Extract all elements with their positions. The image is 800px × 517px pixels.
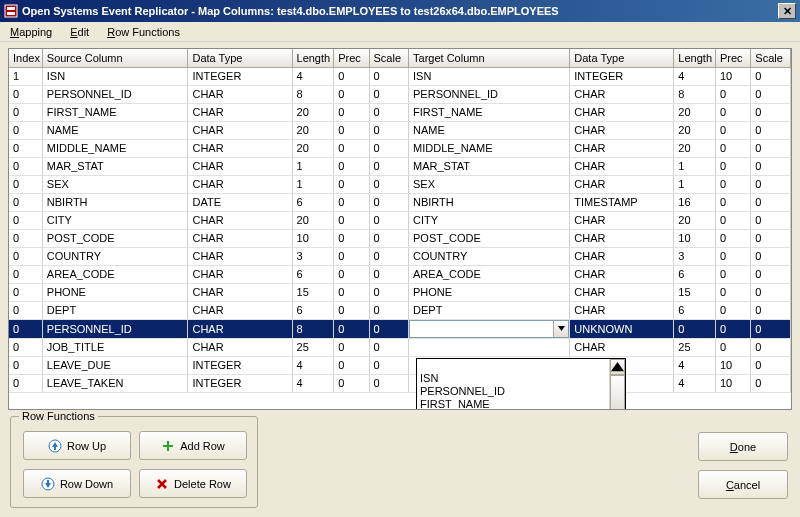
delete-row-button[interactable]: Delete Row — [139, 469, 247, 498]
cell-src-scale[interactable]: 0 — [369, 211, 409, 229]
cell-index[interactable]: 0 — [9, 193, 42, 211]
cell-index[interactable]: 0 — [9, 265, 42, 283]
cell-src-length[interactable]: 20 — [292, 103, 334, 121]
cell-src-prec[interactable]: 0 — [334, 67, 369, 85]
cell-src-scale[interactable]: 0 — [369, 103, 409, 121]
cell-target-column[interactable] — [409, 319, 570, 338]
cell-tgt-length[interactable]: 15 — [674, 283, 716, 301]
cell-source-column[interactable]: SEX — [42, 175, 188, 193]
add-row-button[interactable]: Add Row — [139, 431, 247, 460]
cell-src-type[interactable]: CHAR — [188, 283, 292, 301]
cell-tgt-scale[interactable]: 0 — [751, 193, 791, 211]
cell-target-column[interactable]: NBIRTH — [409, 193, 570, 211]
cell-target-column[interactable]: ISN — [409, 67, 570, 85]
cell-tgt-type[interactable]: CHAR — [570, 85, 674, 103]
cell-target-column[interactable]: SEX — [409, 175, 570, 193]
cell-target-column[interactable]: DEPT — [409, 301, 570, 319]
cell-tgt-type[interactable]: INTEGER — [570, 67, 674, 85]
cell-source-column[interactable]: JOB_TITLE — [42, 338, 188, 356]
cell-tgt-prec[interactable]: 0 — [715, 175, 750, 193]
cell-index[interactable]: 0 — [9, 247, 42, 265]
cell-target-column[interactable]: CITY — [409, 211, 570, 229]
cell-src-prec[interactable]: 0 — [334, 319, 369, 338]
cell-source-column[interactable]: AREA_CODE — [42, 265, 188, 283]
cell-tgt-scale[interactable]: 0 — [751, 157, 791, 175]
cell-index[interactable]: 0 — [9, 356, 42, 374]
header-tgt-prec[interactable]: Prec — [715, 49, 750, 67]
cell-tgt-type[interactable]: TIMESTAMP — [570, 193, 674, 211]
cell-tgt-type[interactable]: CHAR — [570, 265, 674, 283]
table-row[interactable]: 0DEPTCHAR600DEPTCHAR600 — [9, 301, 791, 319]
cell-tgt-scale[interactable]: 0 — [751, 139, 791, 157]
cell-tgt-length[interactable]: 16 — [674, 193, 716, 211]
header-src-scale[interactable]: Scale — [369, 49, 409, 67]
cell-tgt-prec[interactable]: 0 — [715, 265, 750, 283]
cell-src-prec[interactable]: 0 — [334, 121, 369, 139]
scroll-up-button[interactable] — [610, 359, 625, 375]
cell-src-type[interactable]: CHAR — [188, 121, 292, 139]
dropdown-option[interactable]: FIRST_NAME — [417, 398, 609, 410]
cell-tgt-length[interactable]: 8 — [674, 85, 716, 103]
cell-source-column[interactable]: NBIRTH — [42, 193, 188, 211]
cell-tgt-prec[interactable]: 0 — [715, 157, 750, 175]
cell-src-type[interactable]: CHAR — [188, 211, 292, 229]
cell-target-column[interactable]: FIRST_NAME — [409, 103, 570, 121]
cell-tgt-scale[interactable]: 0 — [751, 67, 791, 85]
cell-index[interactable]: 0 — [9, 338, 42, 356]
table-row[interactable]: 0AREA_CODECHAR600AREA_CODECHAR600 — [9, 265, 791, 283]
cell-src-length[interactable]: 4 — [292, 67, 334, 85]
cell-src-prec[interactable]: 0 — [334, 85, 369, 103]
cell-source-column[interactable]: PHONE — [42, 283, 188, 301]
cell-src-type[interactable]: INTEGER — [188, 356, 292, 374]
cell-index[interactable]: 0 — [9, 283, 42, 301]
scroll-thumb[interactable] — [610, 375, 625, 410]
scroll-track[interactable] — [610, 375, 625, 410]
cell-src-length[interactable]: 4 — [292, 356, 334, 374]
table-row[interactable]: 0CITYCHAR2000CITYCHAR2000 — [9, 211, 791, 229]
cell-target-column[interactable] — [409, 338, 570, 356]
cell-tgt-prec[interactable]: 0 — [715, 229, 750, 247]
table-row[interactable]: 0FIRST_NAMECHAR2000FIRST_NAMECHAR2000 — [9, 103, 791, 121]
cell-tgt-scale[interactable]: 0 — [751, 265, 791, 283]
cell-src-scale[interactable]: 0 — [369, 374, 409, 392]
cell-tgt-length[interactable]: 6 — [674, 301, 716, 319]
cell-source-column[interactable]: FIRST_NAME — [42, 103, 188, 121]
cell-tgt-length[interactable]: 0 — [674, 319, 716, 338]
dropdown-option[interactable] — [417, 359, 609, 372]
done-button[interactable]: Done — [698, 432, 788, 461]
table-row[interactable]: 0PHONECHAR1500PHONECHAR1500 — [9, 283, 791, 301]
table-row[interactable]: 0LEAVE_DUEINTEGER400INTEGER4100 — [9, 356, 791, 374]
cell-source-column[interactable]: MAR_STAT — [42, 157, 188, 175]
cell-tgt-scale[interactable]: 0 — [751, 319, 791, 338]
cell-src-scale[interactable]: 0 — [369, 229, 409, 247]
cell-tgt-scale[interactable]: 0 — [751, 211, 791, 229]
cell-tgt-type[interactable]: CHAR — [570, 301, 674, 319]
cell-target-column[interactable]: PERSONNEL_ID — [409, 85, 570, 103]
cell-target-column[interactable]: NAME — [409, 121, 570, 139]
cell-tgt-prec[interactable]: 0 — [715, 103, 750, 121]
cell-src-prec[interactable]: 0 — [334, 229, 369, 247]
cell-src-prec[interactable]: 0 — [334, 356, 369, 374]
cell-tgt-scale[interactable]: 0 — [751, 85, 791, 103]
cell-src-prec[interactable]: 0 — [334, 265, 369, 283]
cancel-button[interactable]: Cancel — [698, 470, 788, 499]
cell-tgt-length[interactable]: 6 — [674, 265, 716, 283]
cell-tgt-prec[interactable]: 0 — [715, 121, 750, 139]
cell-src-scale[interactable]: 0 — [369, 139, 409, 157]
cell-tgt-length[interactable]: 4 — [674, 67, 716, 85]
cell-src-type[interactable]: CHAR — [188, 175, 292, 193]
header-index[interactable]: Index — [9, 49, 42, 67]
cell-src-scale[interactable]: 0 — [369, 319, 409, 338]
cell-source-column[interactable]: PERSONNEL_ID — [42, 85, 188, 103]
cell-src-scale[interactable]: 0 — [369, 356, 409, 374]
cell-src-scale[interactable]: 0 — [369, 157, 409, 175]
cell-src-length[interactable]: 20 — [292, 121, 334, 139]
cell-index[interactable]: 0 — [9, 374, 42, 392]
cell-tgt-type[interactable]: CHAR — [570, 103, 674, 121]
cell-src-prec[interactable]: 0 — [334, 139, 369, 157]
cell-tgt-type[interactable]: CHAR — [570, 283, 674, 301]
cell-src-scale[interactable]: 0 — [369, 283, 409, 301]
cell-index[interactable]: 0 — [9, 103, 42, 121]
cell-target-column[interactable]: PHONE — [409, 283, 570, 301]
cell-tgt-scale[interactable]: 0 — [751, 175, 791, 193]
